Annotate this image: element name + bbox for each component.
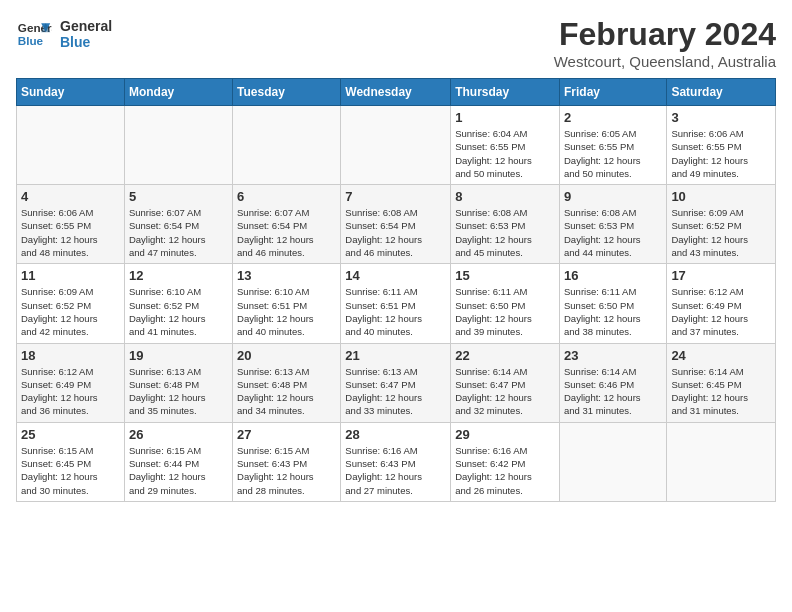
svg-text:Blue: Blue (18, 34, 44, 47)
day-number: 17 (671, 268, 771, 283)
calendar-cell: 10Sunrise: 6:09 AM Sunset: 6:52 PM Dayli… (667, 185, 776, 264)
calendar-cell: 21Sunrise: 6:13 AM Sunset: 6:47 PM Dayli… (341, 343, 451, 422)
day-info: Sunrise: 6:12 AM Sunset: 6:49 PM Dayligh… (21, 365, 120, 418)
calendar-week-row: 18Sunrise: 6:12 AM Sunset: 6:49 PM Dayli… (17, 343, 776, 422)
calendar-cell: 12Sunrise: 6:10 AM Sunset: 6:52 PM Dayli… (124, 264, 232, 343)
calendar-week-row: 1Sunrise: 6:04 AM Sunset: 6:55 PM Daylig… (17, 106, 776, 185)
day-number: 29 (455, 427, 555, 442)
day-number: 15 (455, 268, 555, 283)
calendar-week-row: 4Sunrise: 6:06 AM Sunset: 6:55 PM Daylig… (17, 185, 776, 264)
day-info: Sunrise: 6:13 AM Sunset: 6:48 PM Dayligh… (237, 365, 336, 418)
day-info: Sunrise: 6:14 AM Sunset: 6:45 PM Dayligh… (671, 365, 771, 418)
location-subtitle: Westcourt, Queensland, Australia (554, 53, 776, 70)
day-info: Sunrise: 6:11 AM Sunset: 6:51 PM Dayligh… (345, 285, 446, 338)
day-header-monday: Monday (124, 79, 232, 106)
day-number: 9 (564, 189, 662, 204)
day-info: Sunrise: 6:15 AM Sunset: 6:45 PM Dayligh… (21, 444, 120, 497)
day-number: 1 (455, 110, 555, 125)
title-block: February 2024 Westcourt, Queensland, Aus… (554, 16, 776, 70)
day-number: 25 (21, 427, 120, 442)
day-info: Sunrise: 6:14 AM Sunset: 6:47 PM Dayligh… (455, 365, 555, 418)
logo-icon: General Blue (16, 16, 52, 52)
day-header-thursday: Thursday (451, 79, 560, 106)
calendar-cell: 29Sunrise: 6:16 AM Sunset: 6:42 PM Dayli… (451, 422, 560, 501)
day-number: 23 (564, 348, 662, 363)
calendar-cell (17, 106, 125, 185)
calendar-cell: 23Sunrise: 6:14 AM Sunset: 6:46 PM Dayli… (559, 343, 666, 422)
day-number: 26 (129, 427, 228, 442)
day-number: 14 (345, 268, 446, 283)
day-info: Sunrise: 6:05 AM Sunset: 6:55 PM Dayligh… (564, 127, 662, 180)
day-info: Sunrise: 6:06 AM Sunset: 6:55 PM Dayligh… (21, 206, 120, 259)
day-info: Sunrise: 6:13 AM Sunset: 6:48 PM Dayligh… (129, 365, 228, 418)
page-header: General Blue General Blue February 2024 … (16, 16, 776, 70)
calendar-cell: 3Sunrise: 6:06 AM Sunset: 6:55 PM Daylig… (667, 106, 776, 185)
day-header-tuesday: Tuesday (233, 79, 341, 106)
calendar-week-row: 11Sunrise: 6:09 AM Sunset: 6:52 PM Dayli… (17, 264, 776, 343)
calendar-cell: 25Sunrise: 6:15 AM Sunset: 6:45 PM Dayli… (17, 422, 125, 501)
day-number: 16 (564, 268, 662, 283)
day-number: 7 (345, 189, 446, 204)
day-info: Sunrise: 6:12 AM Sunset: 6:49 PM Dayligh… (671, 285, 771, 338)
day-info: Sunrise: 6:15 AM Sunset: 6:44 PM Dayligh… (129, 444, 228, 497)
day-info: Sunrise: 6:09 AM Sunset: 6:52 PM Dayligh… (21, 285, 120, 338)
calendar-cell: 2Sunrise: 6:05 AM Sunset: 6:55 PM Daylig… (559, 106, 666, 185)
day-number: 20 (237, 348, 336, 363)
calendar-cell: 7Sunrise: 6:08 AM Sunset: 6:54 PM Daylig… (341, 185, 451, 264)
day-number: 4 (21, 189, 120, 204)
day-header-wednesday: Wednesday (341, 79, 451, 106)
day-number: 18 (21, 348, 120, 363)
day-header-sunday: Sunday (17, 79, 125, 106)
calendar-cell (341, 106, 451, 185)
logo-text-line2: Blue (60, 34, 112, 50)
calendar-cell: 16Sunrise: 6:11 AM Sunset: 6:50 PM Dayli… (559, 264, 666, 343)
day-number: 22 (455, 348, 555, 363)
day-number: 24 (671, 348, 771, 363)
day-info: Sunrise: 6:10 AM Sunset: 6:52 PM Dayligh… (129, 285, 228, 338)
calendar-cell: 19Sunrise: 6:13 AM Sunset: 6:48 PM Dayli… (124, 343, 232, 422)
calendar-cell: 17Sunrise: 6:12 AM Sunset: 6:49 PM Dayli… (667, 264, 776, 343)
day-info: Sunrise: 6:04 AM Sunset: 6:55 PM Dayligh… (455, 127, 555, 180)
day-number: 10 (671, 189, 771, 204)
day-info: Sunrise: 6:10 AM Sunset: 6:51 PM Dayligh… (237, 285, 336, 338)
day-number: 11 (21, 268, 120, 283)
calendar-cell (667, 422, 776, 501)
day-number: 28 (345, 427, 446, 442)
day-header-friday: Friday (559, 79, 666, 106)
calendar-table: SundayMondayTuesdayWednesdayThursdayFrid… (16, 78, 776, 502)
day-info: Sunrise: 6:16 AM Sunset: 6:43 PM Dayligh… (345, 444, 446, 497)
day-number: 21 (345, 348, 446, 363)
calendar-cell: 8Sunrise: 6:08 AM Sunset: 6:53 PM Daylig… (451, 185, 560, 264)
calendar-cell: 26Sunrise: 6:15 AM Sunset: 6:44 PM Dayli… (124, 422, 232, 501)
day-info: Sunrise: 6:13 AM Sunset: 6:47 PM Dayligh… (345, 365, 446, 418)
calendar-cell: 9Sunrise: 6:08 AM Sunset: 6:53 PM Daylig… (559, 185, 666, 264)
day-number: 13 (237, 268, 336, 283)
calendar-week-row: 25Sunrise: 6:15 AM Sunset: 6:45 PM Dayli… (17, 422, 776, 501)
logo-text-line1: General (60, 18, 112, 34)
calendar-cell: 22Sunrise: 6:14 AM Sunset: 6:47 PM Dayli… (451, 343, 560, 422)
day-info: Sunrise: 6:14 AM Sunset: 6:46 PM Dayligh… (564, 365, 662, 418)
calendar-cell: 15Sunrise: 6:11 AM Sunset: 6:50 PM Dayli… (451, 264, 560, 343)
calendar-cell: 27Sunrise: 6:15 AM Sunset: 6:43 PM Dayli… (233, 422, 341, 501)
calendar-cell: 20Sunrise: 6:13 AM Sunset: 6:48 PM Dayli… (233, 343, 341, 422)
day-number: 27 (237, 427, 336, 442)
day-number: 5 (129, 189, 228, 204)
day-info: Sunrise: 6:11 AM Sunset: 6:50 PM Dayligh… (564, 285, 662, 338)
day-info: Sunrise: 6:07 AM Sunset: 6:54 PM Dayligh… (129, 206, 228, 259)
logo: General Blue General Blue (16, 16, 112, 52)
day-number: 3 (671, 110, 771, 125)
calendar-cell: 6Sunrise: 6:07 AM Sunset: 6:54 PM Daylig… (233, 185, 341, 264)
day-info: Sunrise: 6:06 AM Sunset: 6:55 PM Dayligh… (671, 127, 771, 180)
calendar-cell: 14Sunrise: 6:11 AM Sunset: 6:51 PM Dayli… (341, 264, 451, 343)
day-info: Sunrise: 6:16 AM Sunset: 6:42 PM Dayligh… (455, 444, 555, 497)
calendar-cell (124, 106, 232, 185)
calendar-cell: 11Sunrise: 6:09 AM Sunset: 6:52 PM Dayli… (17, 264, 125, 343)
month-title: February 2024 (554, 16, 776, 53)
calendar-cell: 13Sunrise: 6:10 AM Sunset: 6:51 PM Dayli… (233, 264, 341, 343)
calendar-cell: 24Sunrise: 6:14 AM Sunset: 6:45 PM Dayli… (667, 343, 776, 422)
day-info: Sunrise: 6:09 AM Sunset: 6:52 PM Dayligh… (671, 206, 771, 259)
calendar-cell (233, 106, 341, 185)
day-number: 12 (129, 268, 228, 283)
day-info: Sunrise: 6:11 AM Sunset: 6:50 PM Dayligh… (455, 285, 555, 338)
day-info: Sunrise: 6:08 AM Sunset: 6:54 PM Dayligh… (345, 206, 446, 259)
